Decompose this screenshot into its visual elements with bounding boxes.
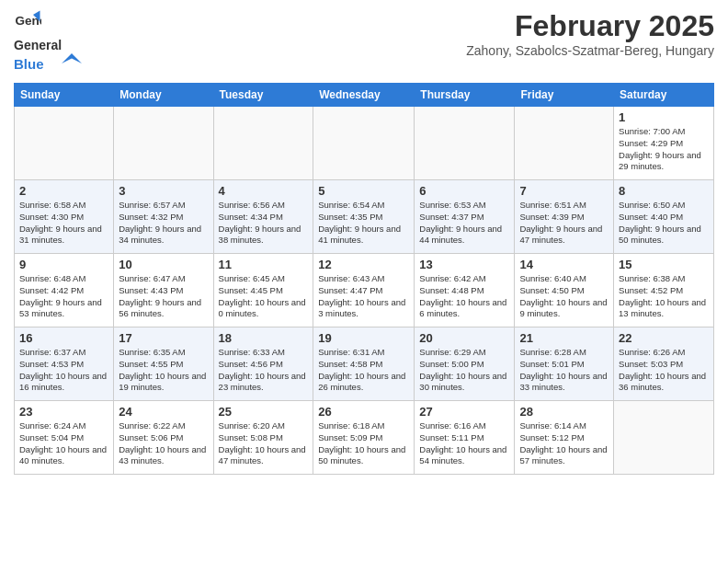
calendar-day-cell: 11Sunrise: 6:45 AM Sunset: 4:45 PM Dayli… (213, 254, 313, 327)
day-info: Sunrise: 6:51 AM Sunset: 4:39 PM Dayligh… (519, 200, 609, 247)
calendar-day-cell: 17Sunrise: 6:35 AM Sunset: 4:55 PM Dayli… (114, 327, 213, 401)
day-info: Sunrise: 6:22 AM Sunset: 5:06 PM Dayligh… (119, 420, 208, 467)
day-info: Sunrise: 6:28 AM Sunset: 5:01 PM Dayligh… (519, 347, 609, 394)
calendar-day-cell: 28Sunrise: 6:14 AM Sunset: 5:12 PM Dayli… (515, 401, 614, 475)
calendar-week-row: 16Sunrise: 6:37 AM Sunset: 4:53 PM Dayli… (15, 327, 714, 401)
day-number: 3 (119, 184, 208, 198)
day-info: Sunrise: 6:33 AM Sunset: 4:56 PM Dayligh… (219, 347, 309, 394)
day-info: Sunrise: 6:58 AM Sunset: 4:30 PM Dayligh… (19, 200, 108, 247)
calendar-day-cell: 24Sunrise: 6:22 AM Sunset: 5:06 PM Dayli… (114, 401, 213, 475)
day-number: 17 (119, 331, 208, 345)
calendar-day-cell (313, 107, 415, 180)
day-number: 2 (19, 184, 108, 198)
day-info: Sunrise: 6:29 AM Sunset: 5:00 PM Dayligh… (419, 347, 509, 394)
day-number: 20 (419, 331, 509, 345)
day-number: 8 (619, 184, 709, 198)
calendar-day-cell (515, 107, 614, 180)
day-info: Sunrise: 6:26 AM Sunset: 5:03 PM Dayligh… (619, 347, 709, 394)
day-info: Sunrise: 6:14 AM Sunset: 5:12 PM Dayligh… (519, 420, 609, 467)
logo-blue-text: Blue (14, 53, 60, 75)
day-number: 24 (119, 405, 208, 419)
weekday-header-thursday: Thursday (415, 84, 515, 107)
day-number: 10 (119, 258, 208, 271)
calendar-day-cell: 26Sunrise: 6:18 AM Sunset: 5:09 PM Dayli… (313, 401, 415, 475)
day-number: 28 (519, 405, 609, 419)
weekday-header-saturday: Saturday (614, 84, 714, 107)
day-number: 1 (619, 110, 709, 124)
day-info: Sunrise: 6:37 AM Sunset: 4:53 PM Dayligh… (19, 347, 108, 394)
day-number: 23 (19, 405, 108, 419)
page-header: General General Blue February 2025 Zahon… (14, 9, 714, 75)
day-number: 12 (318, 258, 409, 271)
day-info: Sunrise: 6:24 AM Sunset: 5:04 PM Dayligh… (19, 420, 108, 467)
calendar-table: SundayMondayTuesdayWednesdayThursdayFrid… (14, 83, 714, 475)
calendar-day-cell: 1Sunrise: 7:00 AM Sunset: 4:29 PM Daylig… (614, 107, 714, 180)
calendar-day-cell: 10Sunrise: 6:47 AM Sunset: 4:43 PM Dayli… (114, 254, 213, 327)
calendar-day-cell: 25Sunrise: 6:20 AM Sunset: 5:08 PM Dayli… (213, 401, 313, 475)
calendar-week-row: 23Sunrise: 6:24 AM Sunset: 5:04 PM Dayli… (15, 401, 714, 475)
day-number: 19 (318, 331, 409, 345)
day-number: 18 (219, 331, 309, 345)
month-title: February 2025 (466, 9, 714, 43)
calendar-day-cell: 4Sunrise: 6:56 AM Sunset: 4:34 PM Daylig… (213, 180, 313, 254)
logo-arrow-icon (62, 53, 82, 74)
calendar-week-row: 2Sunrise: 6:58 AM Sunset: 4:30 PM Daylig… (15, 180, 714, 254)
day-number: 25 (219, 405, 309, 419)
calendar-day-cell: 14Sunrise: 6:40 AM Sunset: 4:50 PM Dayli… (515, 254, 614, 327)
calendar-day-cell: 15Sunrise: 6:38 AM Sunset: 4:52 PM Dayli… (614, 254, 714, 327)
logo: General General Blue (14, 9, 82, 75)
day-info: Sunrise: 6:48 AM Sunset: 4:42 PM Dayligh… (19, 273, 108, 320)
calendar-day-cell (213, 107, 313, 180)
day-info: Sunrise: 6:45 AM Sunset: 4:45 PM Dayligh… (219, 273, 309, 320)
weekday-header-tuesday: Tuesday (213, 84, 313, 107)
calendar-day-cell: 21Sunrise: 6:28 AM Sunset: 5:01 PM Dayli… (515, 327, 614, 401)
calendar-day-cell: 20Sunrise: 6:29 AM Sunset: 5:00 PM Dayli… (415, 327, 515, 401)
day-info: Sunrise: 6:42 AM Sunset: 4:48 PM Dayligh… (419, 273, 509, 320)
location-title: Zahony, Szabolcs-Szatmar-Bereg, Hungary (466, 43, 714, 58)
calendar-header-row: SundayMondayTuesdayWednesdayThursdayFrid… (15, 84, 714, 107)
day-number: 26 (318, 405, 409, 419)
day-number: 9 (19, 258, 108, 271)
day-info: Sunrise: 6:54 AM Sunset: 4:35 PM Dayligh… (318, 200, 409, 247)
calendar-week-row: 9Sunrise: 6:48 AM Sunset: 4:42 PM Daylig… (15, 254, 714, 327)
title-area: February 2025 Zahony, Szabolcs-Szatmar-B… (466, 9, 714, 58)
calendar-day-cell: 16Sunrise: 6:37 AM Sunset: 4:53 PM Dayli… (15, 327, 114, 401)
calendar-day-cell: 3Sunrise: 6:57 AM Sunset: 4:32 PM Daylig… (114, 180, 213, 254)
weekday-header-wednesday: Wednesday (313, 84, 415, 107)
day-number: 7 (519, 184, 609, 198)
day-number: 11 (219, 258, 309, 271)
weekday-header-friday: Friday (515, 84, 614, 107)
svg-text:Blue: Blue (14, 56, 44, 72)
calendar-day-cell: 13Sunrise: 6:42 AM Sunset: 4:48 PM Dayli… (415, 254, 515, 327)
calendar-day-cell: 12Sunrise: 6:43 AM Sunset: 4:47 PM Dayli… (313, 254, 415, 327)
calendar-day-cell: 6Sunrise: 6:53 AM Sunset: 4:37 PM Daylig… (415, 180, 515, 254)
day-number: 22 (619, 331, 709, 345)
day-info: Sunrise: 6:38 AM Sunset: 4:52 PM Dayligh… (619, 273, 709, 320)
calendar-day-cell: 7Sunrise: 6:51 AM Sunset: 4:39 PM Daylig… (515, 180, 614, 254)
calendar-day-cell (415, 107, 515, 180)
calendar-week-row: 1Sunrise: 7:00 AM Sunset: 4:29 PM Daylig… (15, 107, 714, 180)
day-number: 16 (19, 331, 108, 345)
day-info: Sunrise: 6:43 AM Sunset: 4:47 PM Dayligh… (318, 273, 409, 320)
day-info: Sunrise: 6:40 AM Sunset: 4:50 PM Dayligh… (519, 273, 609, 320)
calendar-day-cell: 5Sunrise: 6:54 AM Sunset: 4:35 PM Daylig… (313, 180, 415, 254)
svg-marker-4 (62, 53, 82, 63)
weekday-header-sunday: Sunday (15, 84, 114, 107)
calendar-day-cell: 22Sunrise: 6:26 AM Sunset: 5:03 PM Dayli… (614, 327, 714, 401)
day-info: Sunrise: 6:16 AM Sunset: 5:11 PM Dayligh… (419, 420, 509, 467)
weekday-header-monday: Monday (114, 84, 213, 107)
day-info: Sunrise: 6:57 AM Sunset: 4:32 PM Dayligh… (119, 200, 208, 247)
day-number: 6 (419, 184, 509, 198)
day-info: Sunrise: 6:50 AM Sunset: 4:40 PM Dayligh… (619, 200, 709, 247)
calendar-day-cell: 19Sunrise: 6:31 AM Sunset: 4:58 PM Dayli… (313, 327, 415, 401)
svg-text:General: General (14, 38, 62, 52)
day-info: Sunrise: 6:20 AM Sunset: 5:08 PM Dayligh… (219, 420, 309, 467)
day-number: 4 (219, 184, 309, 198)
day-info: Sunrise: 6:35 AM Sunset: 4:55 PM Dayligh… (119, 347, 208, 394)
day-info: Sunrise: 6:56 AM Sunset: 4:34 PM Dayligh… (219, 200, 309, 247)
calendar-day-cell: 2Sunrise: 6:58 AM Sunset: 4:30 PM Daylig… (15, 180, 114, 254)
calendar-day-cell (15, 107, 114, 180)
day-info: Sunrise: 7:00 AM Sunset: 4:29 PM Dayligh… (619, 126, 709, 173)
calendar-day-cell: 18Sunrise: 6:33 AM Sunset: 4:56 PM Dayli… (213, 327, 313, 401)
day-number: 15 (619, 258, 709, 271)
